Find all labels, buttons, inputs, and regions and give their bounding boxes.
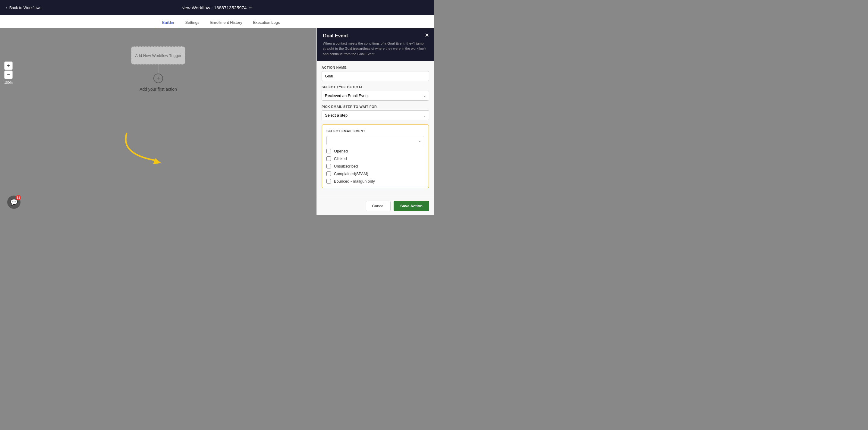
panel-description: When a contact meets the conditions of a… <box>323 41 428 57</box>
checkbox-opened-input[interactable] <box>327 149 331 153</box>
email-event-section: SELECT EMAIL EVENT Opened Clicked <box>321 124 429 188</box>
checkbox-clicked-input[interactable] <box>327 156 331 161</box>
select-type-label: SELECT TYPE OF GOAL <box>321 85 429 89</box>
checkbox-clicked[interactable]: Clicked <box>327 156 424 161</box>
checkbox-unsubscribed-label: Unsubscribed <box>334 164 358 168</box>
connector-line-1 <box>158 64 158 73</box>
pick-email-step-wrapper: Select a step <box>321 110 429 120</box>
panel-title: Goal Event <box>323 33 428 38</box>
trigger-label: Add New Workflow Trigger <box>135 53 181 58</box>
checkbox-opened-label: Opened <box>334 149 348 153</box>
select-type-wrapper: Recieved an Email Event Filled Out Form … <box>321 91 429 101</box>
checkbox-complained-input[interactable] <box>327 172 331 176</box>
zoom-in-button[interactable]: + <box>4 61 13 70</box>
checkbox-list: Opened Clicked Unsubscribed Complained(S… <box>327 149 424 184</box>
workflow-title-text: New Workflow : 1688713525974 <box>181 5 247 10</box>
right-panel: Goal Event When a contact meets the cond… <box>316 28 434 215</box>
panel-footer: Cancel Save Action <box>317 197 434 215</box>
add-action-label: Add your first action <box>140 87 177 92</box>
checkbox-unsubscribed[interactable]: Unsubscribed <box>327 164 424 168</box>
top-nav: ‹ Back to Workflows New Workflow : 16887… <box>0 0 434 15</box>
zoom-out-button[interactable]: − <box>4 70 13 79</box>
tab-enrollment[interactable]: Enrollment History <box>205 17 247 28</box>
checkbox-complained[interactable]: Complained(SPAM) <box>327 172 424 176</box>
trigger-node[interactable]: Add New Workflow Trigger <box>131 47 185 64</box>
zoom-controls: + − 100% <box>4 61 13 84</box>
save-action-button[interactable]: Save Action <box>394 201 429 211</box>
cancel-button[interactable]: Cancel <box>366 201 391 211</box>
select-type-select[interactable]: Recieved an Email Event Filled Out Form … <box>321 91 429 101</box>
email-event-label: SELECT EMAIL EVENT <box>327 129 424 133</box>
chat-badge: 11 <box>16 195 21 201</box>
event-search-wrapper <box>327 136 424 145</box>
checkbox-complained-label: Complained(SPAM) <box>334 172 368 176</box>
workflow-title: New Workflow : 1688713525974 ✏ <box>181 5 253 10</box>
canvas-area: + − 100% Add New Workflow Trigger + Add … <box>0 28 434 215</box>
panel-body: ACTION NAME SELECT TYPE OF GOAL Recieved… <box>317 61 434 197</box>
checkbox-unsubscribed-input[interactable] <box>327 164 331 168</box>
tab-execution[interactable]: Execution Logs <box>248 17 285 28</box>
checkbox-bounced[interactable]: Bounced - mailgun only <box>327 179 424 184</box>
chat-widget[interactable]: 💬 11 <box>7 195 21 209</box>
checkbox-opened[interactable]: Opened <box>327 149 424 153</box>
zoom-level: 100% <box>4 81 13 84</box>
tab-builder[interactable]: Builder <box>157 17 180 28</box>
add-action-circle[interactable]: + <box>153 73 163 83</box>
pick-email-step-select[interactable]: Select a step <box>321 110 429 120</box>
panel-close-button[interactable]: ✕ <box>425 33 429 38</box>
panel-header: Goal Event When a contact meets the cond… <box>317 28 434 61</box>
checkbox-bounced-label: Bounced - mailgun only <box>334 179 375 184</box>
edit-icon[interactable]: ✏ <box>249 5 253 10</box>
back-label: Back to Workflows <box>9 5 41 10</box>
workflow-canvas: Add New Workflow Trigger + Add your firs… <box>0 28 316 215</box>
back-button[interactable]: ‹ Back to Workflows <box>6 5 41 10</box>
event-search-input[interactable] <box>327 136 424 145</box>
tab-settings[interactable]: Settings <box>180 17 205 28</box>
back-arrow-icon: ‹ <box>6 5 7 10</box>
pick-email-step-label: PICK EMAIL STEP TO WAIT FOR <box>321 105 429 109</box>
checkbox-bounced-input[interactable] <box>327 179 331 184</box>
action-name-label: ACTION NAME <box>321 66 429 69</box>
tabs-bar: Builder Settings Enrollment History Exec… <box>0 15 434 28</box>
checkbox-clicked-label: Clicked <box>334 156 347 161</box>
action-name-input[interactable] <box>321 71 429 81</box>
add-circle-icon: + <box>157 75 160 82</box>
